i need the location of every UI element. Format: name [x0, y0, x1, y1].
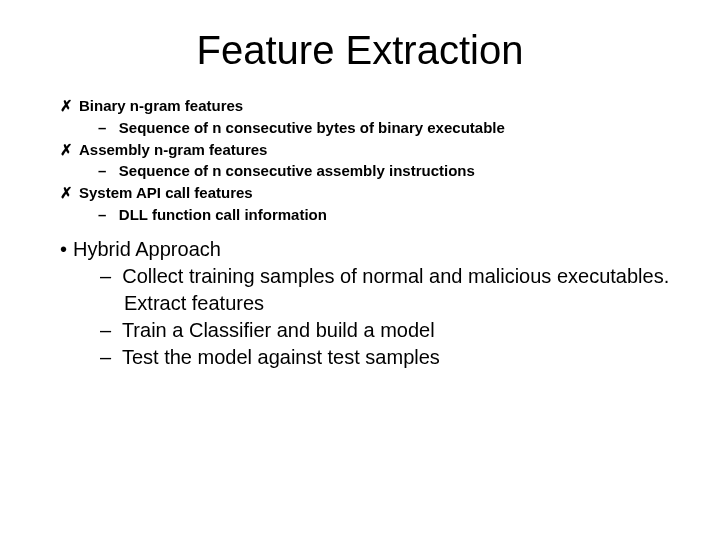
- cross-icon: ✗: [60, 95, 73, 117]
- sub-label: DLL function call information: [119, 206, 327, 223]
- sub-label: Collect training samples of normal and m…: [122, 265, 669, 287]
- list-item: • Hybrid Approach: [60, 236, 670, 263]
- item-label: Hybrid Approach: [73, 236, 221, 263]
- cross-icon: ✗: [60, 182, 73, 204]
- dash-icon: –: [98, 206, 106, 223]
- dot-icon: •: [60, 236, 67, 263]
- slide: Feature Extraction ✗ Binary n-gram featu…: [0, 0, 720, 540]
- sub-item-cont: Extract features: [60, 290, 670, 317]
- list-item: ✗ Assembly n-gram features: [60, 139, 670, 161]
- cross-icon: ✗: [60, 139, 73, 161]
- sub-item: – Test the model against test samples: [60, 344, 670, 371]
- slide-title: Feature Extraction: [50, 28, 670, 73]
- list-item: ✗ System API call features: [60, 182, 670, 204]
- sub-label: Train a Classifier and build a model: [122, 319, 435, 341]
- dash-icon: –: [98, 119, 106, 136]
- dash-icon: –: [100, 346, 111, 368]
- item-label: System API call features: [79, 182, 253, 204]
- dash-icon: –: [100, 319, 111, 341]
- sub-label: Sequence of n consecutive assembly instr…: [119, 162, 475, 179]
- item-label: Assembly n-gram features: [79, 139, 267, 161]
- sub-item: – Collect training samples of normal and…: [60, 263, 670, 290]
- sub-item: – DLL function call information: [60, 204, 670, 226]
- large-list: • Hybrid Approach – Collect training sam…: [50, 236, 670, 371]
- sub-item: – Sequence of n consecutive assembly ins…: [60, 160, 670, 182]
- sub-label: Sequence of n consecutive bytes of binar…: [119, 119, 505, 136]
- sub-item: – Train a Classifier and build a model: [60, 317, 670, 344]
- sub-label: Extract features: [124, 292, 264, 314]
- list-item: ✗ Binary n-gram features: [60, 95, 670, 117]
- sub-item: – Sequence of n consecutive bytes of bin…: [60, 117, 670, 139]
- sub-label: Test the model against test samples: [122, 346, 440, 368]
- item-label: Binary n-gram features: [79, 95, 243, 117]
- dash-icon: –: [100, 265, 111, 287]
- small-list: ✗ Binary n-gram features – Sequence of n…: [50, 95, 670, 226]
- dash-icon: –: [98, 162, 106, 179]
